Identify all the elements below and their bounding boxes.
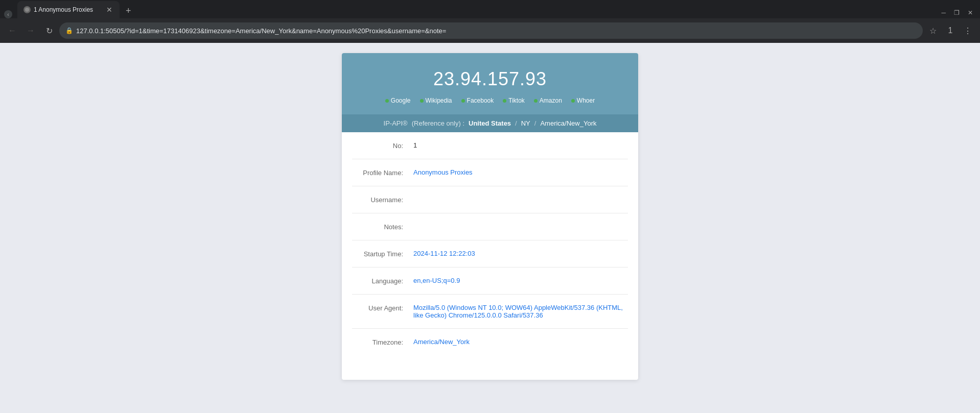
info-value: America/New_York [413, 338, 628, 346]
tab-history-btn[interactable]: ‹ [4, 10, 12, 18]
ip-link-tiktok[interactable]: Tiktok [503, 97, 525, 104]
tab-favicon [24, 6, 31, 13]
info-value: en,en-US;q=0.9 [413, 277, 628, 284]
info-row: Profile Name:Anonymous Proxies [352, 159, 628, 186]
star-button[interactable]: ☆ [925, 22, 941, 39]
lock-icon: 🔒 [65, 27, 73, 34]
ip-header: 23.94.157.93 GoogleWikipediaFacebookTikt… [342, 53, 638, 114]
info-label: Notes: [352, 223, 413, 231]
nav-right-buttons: ☆ 1 ⋮ [925, 22, 976, 39]
ipapi-country: United States [469, 119, 511, 127]
ip-link-dot [571, 99, 575, 103]
ip-link-label: Wikipedia [426, 97, 452, 104]
info-label: Username: [352, 196, 413, 204]
ip-link-amazon[interactable]: Amazon [534, 97, 562, 104]
info-row: No:1 [352, 132, 628, 159]
active-tab[interactable]: 1 Anonymous Proxies ✕ [17, 1, 120, 18]
info-label: Profile Name: [352, 168, 413, 177]
tab-close-button[interactable]: ✕ [105, 6, 113, 14]
ipapi-timezone: America/New_York [540, 119, 596, 127]
info-label: No: [352, 141, 413, 150]
info-row: Notes: [352, 213, 628, 240]
info-value: Mozilla/5.0 (Windows NT 10.0; WOW64) App… [413, 304, 628, 319]
profile-button[interactable]: 1 [942, 22, 959, 39]
more-button[interactable]: ⋮ [960, 22, 976, 39]
info-value: 2024-11-12 12:22:03 [413, 250, 628, 257]
forward-button[interactable]: → [22, 22, 39, 39]
info-row: Startup Time:2024-11-12 12:22:03 [352, 240, 628, 268]
info-label: User Agent: [352, 304, 413, 312]
ip-link-whoer[interactable]: Whoer [571, 97, 595, 104]
info-row: Timezone:America/New_York [352, 329, 628, 355]
refresh-button[interactable]: ↻ [41, 22, 57, 39]
ip-link-dot [385, 99, 389, 103]
info-value: Anonymous Proxies [413, 168, 628, 176]
ipapi-label: IP-API® [384, 119, 408, 127]
close-window-button[interactable]: ✕ [965, 7, 976, 18]
info-label: Language: [352, 277, 413, 285]
ip-link-label: Facebook [467, 97, 494, 104]
ipapi-region: NY [521, 119, 530, 127]
ip-address: 23.94.157.93 [352, 68, 628, 90]
back-button[interactable]: ← [4, 22, 20, 39]
nav-bar: ← → ↻ 🔒 127.0.0.1:50505/?id=1&time=17314… [0, 18, 980, 43]
browser-chrome: ‹ 1 Anonymous Proxies ✕ + ─ ❐ ✕ ← → ↻ 🔒 … [0, 0, 980, 43]
ip-link-dot [503, 99, 506, 103]
info-label: Timezone: [352, 338, 413, 346]
info-section: No:1Profile Name:Anonymous ProxiesUserna… [342, 132, 638, 355]
page-content: 23.94.157.93 GoogleWikipediaFacebookTikt… [0, 43, 980, 400]
url-text: 127.0.0.1:50505/?id=1&time=1731406923&ti… [76, 27, 917, 35]
info-row: User Agent:Mozilla/5.0 (Windows NT 10.0;… [352, 295, 628, 329]
ip-link-dot [461, 99, 465, 103]
tab-title: 1 Anonymous Proxies [34, 6, 102, 13]
ipapi-separator2: / [534, 119, 536, 127]
info-row: Language:en,en-US;q=0.9 [352, 268, 628, 295]
address-bar[interactable]: 🔒 127.0.0.1:50505/?id=1&time=1731406923&… [59, 22, 923, 39]
ipapi-bar: IP-API® (Reference only) : United States… [342, 114, 638, 132]
svg-point-0 [25, 8, 29, 12]
ip-links: GoogleWikipediaFacebookTiktokAmazonWhoer [352, 97, 628, 104]
ip-link-label: Whoer [577, 97, 595, 104]
tab-bar: ‹ 1 Anonymous Proxies ✕ + ─ ❐ ✕ [0, 0, 980, 18]
ipapi-separator1: / [515, 119, 517, 127]
minimize-button[interactable]: ─ [938, 7, 949, 18]
info-value: 1 [413, 141, 628, 149]
ip-link-dot [534, 99, 538, 103]
ip-link-google[interactable]: Google [385, 97, 411, 104]
info-row: Username: [352, 186, 628, 213]
ipapi-reference: (Reference only) : [412, 119, 464, 127]
ip-link-label: Tiktok [508, 97, 525, 104]
ip-link-dot [420, 99, 424, 103]
ip-link-label: Amazon [540, 97, 562, 104]
window-controls: ─ ❐ ✕ [938, 7, 976, 18]
new-tab-button[interactable]: + [124, 4, 133, 18]
ip-link-label: Google [391, 97, 411, 104]
ip-link-facebook[interactable]: Facebook [461, 97, 494, 104]
info-card: 23.94.157.93 GoogleWikipediaFacebookTikt… [342, 53, 638, 380]
maximize-button[interactable]: ❐ [951, 7, 963, 18]
info-label: Startup Time: [352, 250, 413, 258]
ip-link-wikipedia[interactable]: Wikipedia [420, 97, 452, 104]
